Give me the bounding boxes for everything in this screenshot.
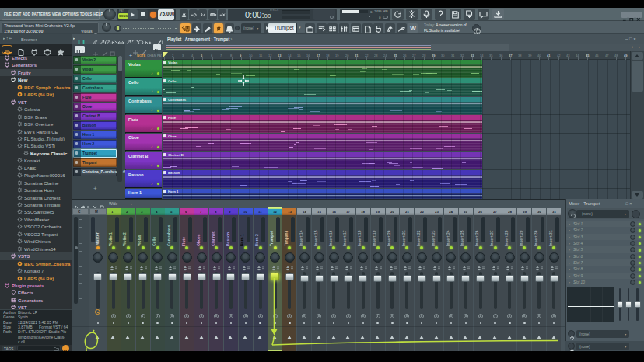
svg-text:Timpani: Timpani xyxy=(284,231,289,246)
svg-text:Trumpet: Trumpet xyxy=(269,231,274,246)
svg-text:Flute: Flute xyxy=(181,237,186,246)
svg-text:Violin 1: Violin 1 xyxy=(108,232,113,246)
svg-text:Insert 16: Insert 16 xyxy=(328,230,333,246)
svg-text:Insert 21: Insert 21 xyxy=(401,230,406,246)
svg-text:Insert 24: Insert 24 xyxy=(446,230,450,246)
svg-text:Basson: Basson xyxy=(226,232,230,246)
svg-text:Insert 20: Insert 20 xyxy=(387,230,391,246)
svg-text:Insert 28: Insert 28 xyxy=(504,230,509,246)
svg-text:Contrabass: Contrabass xyxy=(166,225,171,246)
svg-text:Insert 29: Insert 29 xyxy=(519,230,523,246)
svg-text:Cello: Cello xyxy=(152,237,156,246)
svg-text:Insert 27: Insert 27 xyxy=(489,230,494,246)
svg-text:Insert 17: Insert 17 xyxy=(342,230,347,246)
svg-text:Insert 26: Insert 26 xyxy=(474,230,479,246)
svg-text:Insert 30: Insert 30 xyxy=(534,230,538,246)
svg-text:Oboes: Oboes xyxy=(196,234,201,246)
svg-text:Insert 25: Insert 25 xyxy=(460,230,464,246)
svg-text:Insert 15: Insert 15 xyxy=(313,230,318,246)
svg-text:Violin 2: Violin 2 xyxy=(122,232,127,246)
svg-text:Insert 22: Insert 22 xyxy=(416,230,421,246)
svg-text:Clarinet: Clarinet xyxy=(211,231,215,246)
svg-text:Insert 31: Insert 31 xyxy=(548,230,553,246)
svg-text:Horn 2: Horn 2 xyxy=(254,234,259,246)
svg-text:Insert 14: Insert 14 xyxy=(299,230,303,246)
svg-text:Insert 19: Insert 19 xyxy=(372,230,376,246)
svg-text:Insert 23: Insert 23 xyxy=(431,230,436,246)
svg-text:Horn 1: Horn 1 xyxy=(240,234,244,246)
svg-text:Insert 18: Insert 18 xyxy=(357,230,362,246)
svg-text:Violas: Violas xyxy=(137,235,142,246)
